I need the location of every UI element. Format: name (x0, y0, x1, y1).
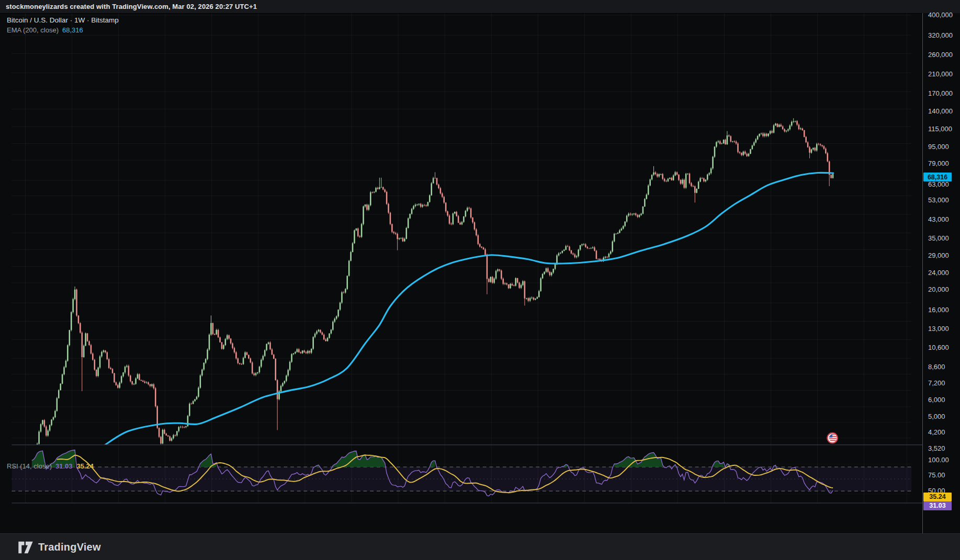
ema-200-line (104, 173, 833, 445)
chart-canvas[interactable] (0, 13, 960, 533)
price-tick-label: 5,000 (928, 413, 945, 420)
rsi-indicator-legend[interactable]: RSI (14, close)31.0335.24 (7, 462, 94, 470)
ema-value: 68,316 (62, 26, 83, 34)
ema-price-chip: 68,316 (923, 173, 952, 181)
price-tick-label: 13,000 (928, 325, 949, 333)
ema-label: EMA (200, close) (7, 26, 59, 34)
rsi-tick-label: 75.00 (928, 471, 945, 479)
price-tick-label: 43,000 (928, 215, 949, 223)
symbol-title[interactable]: Bitcoin / U.S. Dollar · 1W · Bitstamp (7, 16, 119, 24)
rsi-ma-chip: 35.24 (923, 493, 952, 501)
bottom-toolbar: TradingView (0, 533, 960, 560)
price-axis[interactable]: 400,000320,000260,000210,000170,000140,0… (922, 13, 960, 533)
us-flag-event-icon[interactable] (827, 433, 838, 443)
rsi-label: RSI (14, close) (7, 462, 52, 470)
tradingview-chart-window: stockmoneylizards created with TradingVi… (0, 0, 960, 560)
price-tick-label: 4,200 (928, 428, 945, 436)
ema-indicator-legend[interactable]: EMA (200, close)68,316 (7, 26, 119, 34)
price-tick-label: 260,000 (928, 51, 953, 59)
grid-lines (12, 13, 911, 502)
tradingview-logo-text: TradingView (38, 541, 101, 553)
tradingview-logo[interactable]: TradingView (18, 541, 101, 554)
price-tick-label: 210,000 (928, 70, 953, 78)
price-tick-label: 24,000 (928, 269, 949, 277)
rsi-value-chip: 31.03 (923, 501, 952, 510)
candle-bodies-down (44, 121, 832, 444)
watermark-bar: stockmoneylizards created with TradingVi… (0, 0, 960, 14)
price-tick-label: 7,200 (928, 379, 945, 387)
price-tick-label: 79,000 (928, 159, 949, 167)
price-tick-label: 140,000 (928, 107, 953, 115)
rsi-ma-value: 35.24 (77, 462, 94, 470)
candle-bodies-up (31, 121, 834, 463)
rsi-value: 31.03 (55, 462, 73, 470)
price-tick-label: 320,000 (928, 31, 953, 39)
price-plot (31, 118, 834, 463)
rsi-band (12, 467, 911, 491)
candle-wicks-down (44, 120, 831, 444)
rsi-tick-label: 100.00 (928, 456, 949, 464)
price-tick-label: 53,000 (928, 196, 949, 204)
price-tick-label: 170,000 (928, 89, 953, 97)
tradingview-logo-icon (18, 541, 33, 554)
watermark-text: stockmoneylizards created with TradingVi… (6, 3, 257, 10)
price-tick-label: 10,600 (928, 344, 949, 351)
price-tick-label: 95,000 (928, 143, 949, 151)
price-tick-label: 20,000 (928, 285, 949, 293)
price-tick-label: 400,000 (928, 11, 953, 19)
rsi-overbought-fill (32, 450, 776, 467)
price-tick-label: 115,000 (928, 125, 952, 133)
price-tick-label: 8,600 (928, 363, 945, 371)
price-tick-label: 16,000 (928, 306, 949, 314)
price-tick-label: 29,000 (928, 252, 949, 259)
price-tick-label: 6,000 (928, 396, 945, 404)
price-tick-label: 35,000 (928, 234, 949, 242)
price-tick-label: 3,520 (928, 444, 945, 452)
candle-wicks-up (32, 118, 833, 463)
symbol-legend[interactable]: Bitcoin / U.S. Dollar · 1W · Bitstamp EM… (7, 16, 119, 34)
price-tick-label: 63,000 (928, 180, 949, 188)
